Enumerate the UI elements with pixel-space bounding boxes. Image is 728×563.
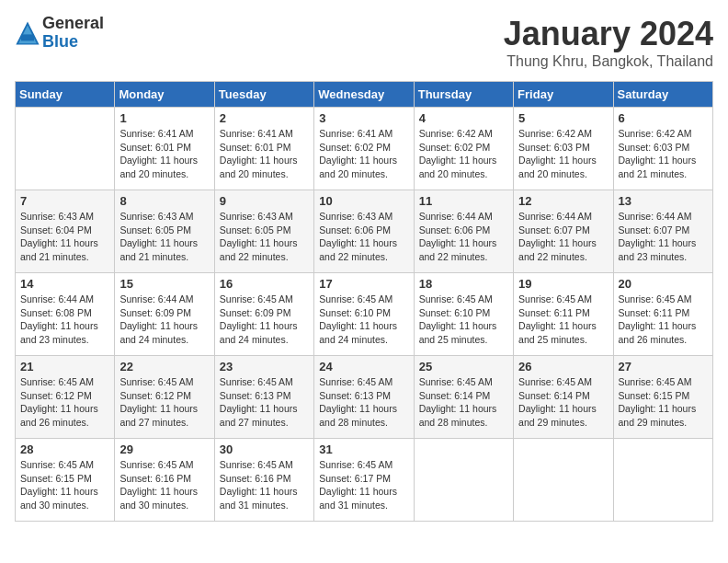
calendar-cell: 3Sunrise: 6:41 AMSunset: 6:02 PMDaylight… [314,108,414,190]
calendar-cell: 9Sunrise: 6:43 AMSunset: 6:05 PMDaylight… [214,190,313,273]
calendar-cell: 21Sunrise: 6:45 AMSunset: 6:12 PMDayligh… [16,356,115,439]
day-number: 16 [220,277,309,291]
header-monday: Monday [115,82,214,108]
calendar-week-row: 7Sunrise: 6:43 AMSunset: 6:04 PMDaylight… [16,190,713,273]
day-number: 4 [419,111,508,125]
calendar-cell: 30Sunrise: 6:45 AMSunset: 6:16 PMDayligh… [214,439,313,522]
day-info: Sunrise: 6:42 AMSunset: 6:02 PMDaylight:… [419,127,508,181]
day-info: Sunrise: 6:41 AMSunset: 6:02 PMDaylight:… [319,127,408,181]
calendar-cell: 18Sunrise: 6:45 AMSunset: 6:10 PMDayligh… [414,273,513,356]
calendar-cell: 19Sunrise: 6:45 AMSunset: 6:11 PMDayligh… [514,273,613,356]
calendar-cell: 31Sunrise: 6:45 AMSunset: 6:17 PMDayligh… [314,439,414,522]
day-info: Sunrise: 6:45 AMSunset: 6:13 PMDaylight:… [220,375,309,430]
logo-icon [15,20,40,46]
calendar-cell: 8Sunrise: 6:43 AMSunset: 6:05 PMDaylight… [115,190,214,273]
day-info: Sunrise: 6:45 AMSunset: 6:10 PMDaylight:… [319,293,408,347]
day-info: Sunrise: 6:44 AMSunset: 6:06 PMDaylight:… [419,210,508,264]
day-number: 18 [419,277,508,291]
day-number: 11 [419,194,508,208]
day-number: 25 [419,360,508,373]
header-thursday: Thursday [414,82,513,108]
day-info: Sunrise: 6:43 AMSunset: 6:05 PMDaylight:… [119,210,209,264]
logo-general: General [42,15,104,33]
day-number: 21 [20,360,109,373]
logo-text: General Blue [42,15,104,52]
calendar-header-row: SundayMondayTuesdayWednesdayThursdayFrid… [16,82,713,108]
calendar-cell: 2Sunrise: 6:41 AMSunset: 6:01 PMDaylight… [214,108,313,190]
day-number: 24 [319,360,408,373]
calendar-cell: 14Sunrise: 6:44 AMSunset: 6:08 PMDayligh… [16,273,115,356]
day-info: Sunrise: 6:45 AMSunset: 6:17 PMDaylight:… [319,458,408,512]
calendar-cell: 23Sunrise: 6:45 AMSunset: 6:13 PMDayligh… [214,356,313,439]
calendar-cell: 16Sunrise: 6:45 AMSunset: 6:09 PMDayligh… [214,273,313,356]
day-number: 26 [518,360,608,373]
calendar-cell: 27Sunrise: 6:45 AMSunset: 6:15 PMDayligh… [613,356,712,439]
day-number: 15 [119,277,209,291]
day-number: 6 [619,111,708,125]
day-info: Sunrise: 6:43 AMSunset: 6:04 PMDaylight:… [20,210,109,264]
day-info: Sunrise: 6:45 AMSunset: 6:14 PMDaylight:… [518,375,608,430]
header-wednesday: Wednesday [314,82,414,108]
day-number: 10 [319,194,408,208]
day-info: Sunrise: 6:44 AMSunset: 6:07 PMDaylight:… [518,210,608,264]
calendar-cell [613,439,712,522]
calendar-cell: 11Sunrise: 6:44 AMSunset: 6:06 PMDayligh… [414,190,513,273]
day-number: 3 [319,111,408,125]
day-info: Sunrise: 6:43 AMSunset: 6:06 PMDaylight:… [319,210,408,264]
day-info: Sunrise: 6:45 AMSunset: 6:14 PMDaylight:… [419,375,508,430]
day-number: 8 [119,194,209,208]
header: General Blue January 2024 Thung Khru, Ba… [15,15,713,70]
calendar-cell: 25Sunrise: 6:45 AMSunset: 6:14 PMDayligh… [414,356,513,439]
calendar-cell: 17Sunrise: 6:45 AMSunset: 6:10 PMDayligh… [314,273,414,356]
day-number: 28 [20,442,109,456]
day-info: Sunrise: 6:45 AMSunset: 6:12 PMDaylight:… [20,375,109,430]
day-info: Sunrise: 6:42 AMSunset: 6:03 PMDaylight:… [518,127,608,181]
day-number: 14 [20,277,109,291]
day-number: 20 [619,277,708,291]
calendar-cell [16,108,115,190]
month-title: January 2024 [504,15,713,53]
calendar-cell: 20Sunrise: 6:45 AMSunset: 6:11 PMDayligh… [613,273,712,356]
calendar-table: SundayMondayTuesdayWednesdayThursdayFrid… [15,81,713,522]
day-info: Sunrise: 6:45 AMSunset: 6:13 PMDaylight:… [319,375,408,430]
logo: General Blue [15,15,104,52]
calendar-cell: 1Sunrise: 6:41 AMSunset: 6:01 PMDaylight… [115,108,214,190]
day-info: Sunrise: 6:45 AMSunset: 6:09 PMDaylight:… [220,293,309,347]
header-tuesday: Tuesday [214,82,313,108]
svg-rect-2 [21,34,34,40]
day-number: 12 [518,194,608,208]
calendar-cell: 10Sunrise: 6:43 AMSunset: 6:06 PMDayligh… [314,190,414,273]
day-info: Sunrise: 6:45 AMSunset: 6:11 PMDaylight:… [518,293,608,347]
day-info: Sunrise: 6:45 AMSunset: 6:15 PMDaylight:… [619,375,708,430]
calendar-week-row: 21Sunrise: 6:45 AMSunset: 6:12 PMDayligh… [16,356,713,439]
day-number: 2 [220,111,309,125]
day-info: Sunrise: 6:43 AMSunset: 6:05 PMDaylight:… [220,210,309,264]
calendar-cell: 28Sunrise: 6:45 AMSunset: 6:15 PMDayligh… [16,439,115,522]
day-info: Sunrise: 6:45 AMSunset: 6:16 PMDaylight:… [220,458,309,512]
day-number: 13 [619,194,708,208]
location-title: Thung Khru, Bangkok, Thailand [504,53,713,70]
calendar-cell: 15Sunrise: 6:44 AMSunset: 6:09 PMDayligh… [115,273,214,356]
day-number: 17 [319,277,408,291]
calendar-cell [414,439,513,522]
day-info: Sunrise: 6:42 AMSunset: 6:03 PMDaylight:… [619,127,708,181]
calendar-cell: 29Sunrise: 6:45 AMSunset: 6:16 PMDayligh… [115,439,214,522]
day-number: 29 [119,442,209,456]
header-saturday: Saturday [613,82,712,108]
day-number: 22 [119,360,209,373]
day-number: 30 [220,442,309,456]
day-number: 19 [518,277,608,291]
day-info: Sunrise: 6:41 AMSunset: 6:01 PMDaylight:… [220,127,309,181]
day-number: 1 [119,111,209,125]
day-number: 23 [220,360,309,373]
calendar-week-row: 14Sunrise: 6:44 AMSunset: 6:08 PMDayligh… [16,273,713,356]
day-info: Sunrise: 6:44 AMSunset: 6:07 PMDaylight:… [619,210,708,264]
title-section: January 2024 Thung Khru, Bangkok, Thaila… [504,15,713,70]
day-info: Sunrise: 6:45 AMSunset: 6:12 PMDaylight:… [119,375,209,430]
day-number: 31 [319,442,408,456]
day-info: Sunrise: 6:41 AMSunset: 6:01 PMDaylight:… [119,127,209,181]
logo-blue: Blue [42,33,104,52]
calendar-cell: 24Sunrise: 6:45 AMSunset: 6:13 PMDayligh… [314,356,414,439]
day-info: Sunrise: 6:45 AMSunset: 6:11 PMDaylight:… [619,293,708,347]
day-info: Sunrise: 6:45 AMSunset: 6:16 PMDaylight:… [119,458,209,512]
